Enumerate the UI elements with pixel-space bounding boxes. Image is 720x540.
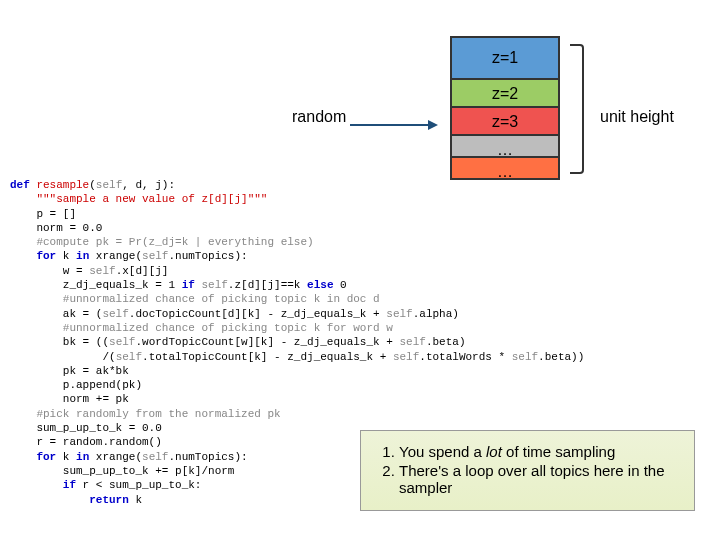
note-2: There's a loop over all topics here in t…: [399, 462, 678, 496]
stack-cell-z5: …: [450, 156, 560, 180]
stack-cell-z4: …: [450, 134, 560, 158]
bracket: [570, 44, 584, 174]
note-1: You spend a lot of time sampling: [399, 443, 678, 460]
stack-diagram: z=1 z=2 z=3 … …: [450, 36, 560, 178]
stack-cell-z1: z=1: [450, 36, 560, 80]
unit-height-label: unit height: [600, 108, 674, 126]
note-box: You spend a lot of time sampling There's…: [360, 430, 695, 511]
arrow: [350, 115, 438, 133]
random-label: random: [292, 108, 346, 126]
stack-cell-z3: z=3: [450, 106, 560, 136]
stack-cell-z2: z=2: [450, 78, 560, 108]
